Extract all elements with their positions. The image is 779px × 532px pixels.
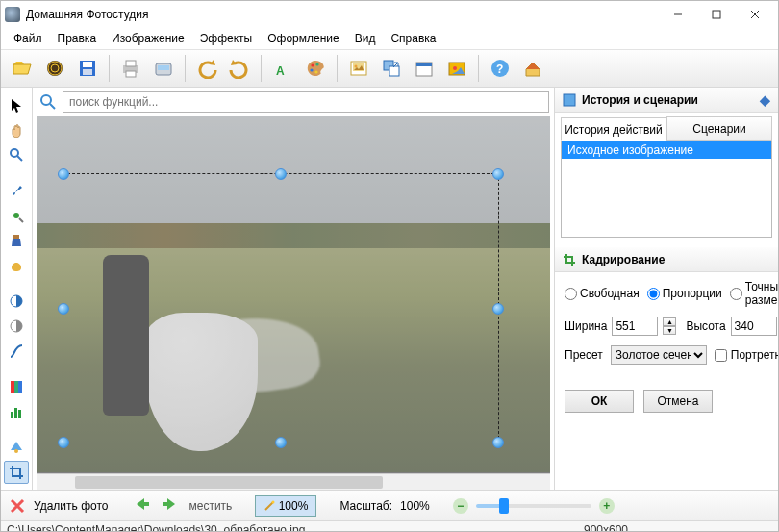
- redo-button[interactable]: [224, 53, 255, 84]
- image-icon: [348, 58, 369, 79]
- crop-handle-nw[interactable]: [58, 168, 69, 180]
- delete-photo-button[interactable]: Удалить фото: [34, 499, 108, 513]
- right-panel: История и сценарии ◆ История действий Сц…: [554, 88, 778, 490]
- history-item[interactable]: Исходное изображение: [562, 141, 771, 159]
- tool-zoom[interactable]: [4, 143, 29, 166]
- menu-view[interactable]: Вид: [348, 30, 383, 47]
- open-button[interactable]: [7, 53, 38, 84]
- crop-height-label: Высота: [686, 319, 725, 333]
- svg-point-49: [14, 449, 18, 453]
- fit-button[interactable]: местить: [188, 499, 232, 513]
- menu-help[interactable]: Справка: [384, 30, 442, 47]
- tool-retouch[interactable]: [4, 204, 29, 227]
- crop-width-spinner[interactable]: ▲▼: [663, 317, 676, 335]
- tool-contrast[interactable]: [4, 290, 29, 313]
- image-button[interactable]: [343, 53, 374, 84]
- brush-icon: [9, 183, 24, 198]
- menu-image[interactable]: Изображение: [105, 30, 191, 47]
- crop-height-input[interactable]: [731, 317, 777, 336]
- help-button[interactable]: ?: [485, 53, 515, 84]
- horizontal-scrollbar[interactable]: [37, 473, 550, 490]
- minimize-button[interactable]: [659, 1, 697, 28]
- print-button[interactable]: [115, 53, 146, 84]
- photo-layer: [37, 116, 550, 472]
- calendar-button[interactable]: [409, 53, 440, 84]
- history-list[interactable]: Исходное изображение: [561, 141, 772, 238]
- batch-button[interactable]: [39, 53, 70, 84]
- crop-handle-n[interactable]: [275, 168, 287, 180]
- svg-rect-12: [126, 71, 136, 77]
- text-button[interactable]: A: [267, 53, 298, 84]
- status-path: C:\Users\ContentManager\Downloads\30_обр…: [7, 523, 305, 533]
- app-title: Домашняя Фотостудия: [26, 8, 659, 21]
- menubar: Файл Правка Изображение Эффекты Оформлен…: [1, 28, 778, 49]
- tool-curve[interactable]: [4, 340, 29, 363]
- search-icon: [39, 93, 57, 111]
- tool-rgb[interactable]: [4, 375, 29, 398]
- crop-preset-select[interactable]: Золотое сечение: [611, 345, 707, 365]
- zoom-icon: [9, 147, 24, 163]
- menu-effects[interactable]: Эффекты: [193, 30, 260, 47]
- crop-handle-ne[interactable]: [492, 168, 504, 180]
- crop-radio-ratio[interactable]: Пропорции: [647, 280, 722, 307]
- crop-preset-label: Пресет: [565, 348, 603, 362]
- svg-point-50: [41, 95, 51, 105]
- save-button[interactable]: [72, 53, 103, 84]
- crop-selection[interactable]: [63, 173, 499, 443]
- menu-edit[interactable]: Правка: [51, 30, 104, 47]
- image-canvas[interactable]: [37, 116, 550, 490]
- maximize-icon: [712, 10, 721, 19]
- titlebar: Домашняя Фотостудия: [1, 1, 778, 28]
- scan-button[interactable]: [148, 53, 179, 84]
- crop-handle-sw[interactable]: [58, 437, 69, 448]
- hand-icon: [9, 122, 24, 138]
- retouch-icon: [9, 208, 24, 223]
- zoom-slider[interactable]: [476, 504, 591, 508]
- tool-saturation[interactable]: [4, 315, 29, 338]
- search-input[interactable]: [63, 91, 549, 113]
- tab-scenarios[interactable]: Сценарии: [666, 116, 772, 140]
- zoom-out-button[interactable]: −: [453, 498, 468, 514]
- crop-handle-s[interactable]: [275, 437, 287, 448]
- search-button[interactable]: [38, 91, 59, 113]
- tool-clone[interactable]: [4, 229, 29, 252]
- tool-auto[interactable]: [4, 436, 29, 459]
- crop-portrait-checkbox[interactable]: Портретные: [715, 348, 779, 362]
- crop-width-input[interactable]: [612, 317, 658, 336]
- crop-radio-free[interactable]: Свободная: [565, 280, 640, 307]
- crop-handle-se[interactable]: [492, 437, 504, 448]
- close-button[interactable]: [736, 1, 774, 28]
- undo-button[interactable]: [191, 53, 222, 84]
- zoom-in-button[interactable]: +: [599, 498, 615, 514]
- tool-pointer[interactable]: [4, 93, 29, 116]
- prev-button[interactable]: [131, 495, 152, 516]
- svg-line-37: [17, 156, 22, 161]
- resize-button[interactable]: [376, 53, 407, 84]
- crop-cancel-button[interactable]: Отмена: [643, 390, 713, 413]
- tool-hand[interactable]: [4, 118, 29, 141]
- crop-handle-e[interactable]: [492, 303, 504, 315]
- tab-history[interactable]: История действий: [561, 117, 666, 141]
- menu-file[interactable]: Файл: [7, 30, 49, 47]
- collage-button[interactable]: [441, 53, 472, 84]
- crop-handle-w[interactable]: [58, 303, 69, 315]
- saturation-icon: [9, 318, 24, 334]
- search-row: [33, 88, 554, 116]
- svg-point-19: [314, 70, 317, 73]
- crop-ok-button[interactable]: ОК: [565, 390, 634, 413]
- tool-crop[interactable]: [4, 461, 29, 484]
- zoom-100-button[interactable]: 100%: [255, 495, 316, 517]
- tool-levels[interactable]: [4, 400, 29, 423]
- next-button[interactable]: [160, 495, 181, 516]
- home-button[interactable]: [517, 53, 548, 84]
- effects-button[interactable]: [300, 53, 331, 84]
- zoom-slider-knob[interactable]: [499, 498, 509, 514]
- crop-radio-exact[interactable]: Точный размер: [730, 280, 779, 307]
- menu-design[interactable]: Оформление: [261, 30, 345, 47]
- tool-sponge[interactable]: [4, 254, 29, 277]
- svg-rect-46: [11, 412, 13, 418]
- svg-rect-55: [144, 502, 149, 506]
- tool-brush[interactable]: [4, 179, 29, 202]
- pin-button[interactable]: ◆: [760, 92, 770, 108]
- maximize-button[interactable]: [697, 1, 736, 28]
